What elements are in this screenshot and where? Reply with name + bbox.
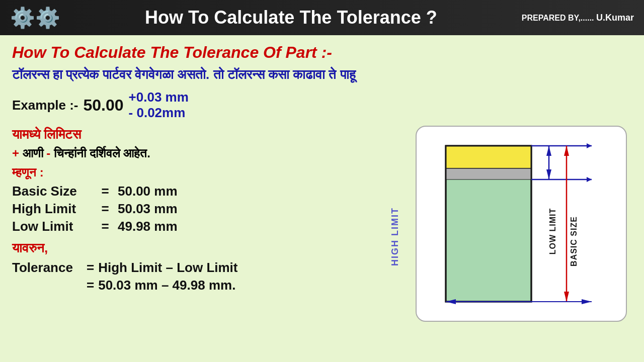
svg-rect-1 <box>446 146 531 168</box>
tolerance-formula-row: Tolerance = High Limit – Low Limit <box>12 260 400 276</box>
mhanun-marathi: म्हणून : <box>12 165 400 179</box>
tolerance-calc-val: 50.03 mm – 49.98 mm. <box>98 278 235 293</box>
gear-icon: ⚙️⚙️ <box>10 6 60 30</box>
limits-marathi: यामध्ये लिमिटस <box>12 127 400 142</box>
tolerance-eq: = <box>87 260 94 276</box>
main-content: How To Calculate The Tolerance Of Part :… <box>0 35 644 362</box>
tolerance-diagram: LOW LIMIT BASIC SIZE <box>421 131 622 317</box>
section-title: How To Calculate The Tolerance Of Part :… <box>12 43 632 62</box>
tolerance-calc: Tolerance = High Limit – Low Limit = 50.… <box>12 260 400 293</box>
high-limit-vertical-text: HIGH LIMIT <box>390 207 400 266</box>
svg-marker-13 <box>546 169 551 179</box>
tol-minus: - 0.02mm <box>129 105 189 121</box>
yavrun: यावरुन, <box>12 240 400 256</box>
tolerance-label: Tolerance <box>12 260 83 276</box>
high-limit-vertical-label: HIGH LIMIT <box>390 116 400 357</box>
header-title: How To Calculate The Tolerance ? <box>60 7 522 28</box>
basic-size-eq: = <box>93 184 118 199</box>
high-limit-val: 50.03 mm <box>118 201 178 217</box>
low-limit-val: 49.98 mm <box>118 219 178 234</box>
author-name: U.Kumar <box>596 13 634 23</box>
svg-marker-5 <box>587 143 592 148</box>
tolerance-calc-row: = 50.03 mm – 49.98 mm. <box>12 278 400 293</box>
minus-sign: - <box>46 146 50 160</box>
right-panel: LOW LIMIT BASIC SIZE <box>411 85 632 357</box>
tolerances: +0.03 mm - 0.02mm <box>129 89 189 121</box>
calc-table: Basic Size = 50.00 mm High Limit = 50.03… <box>12 184 400 234</box>
svg-marker-7 <box>587 177 592 182</box>
signs-rest: चिन्हांनी दर्शिवले आहेत. <box>54 146 150 160</box>
example-row: Example :- 50.00 +0.03 mm - 0.02mm <box>12 89 400 121</box>
header-prepared: PREPARED BY,...... U.Kumar <box>522 13 634 23</box>
high-limit-row: High Limit = 50.03 mm <box>12 201 400 217</box>
prepared-by-text: PREPARED BY,...... <box>522 14 594 22</box>
high-limit-label: High Limit <box>12 201 93 217</box>
signs-marathi: + आणी - चिन्हांनी दर्शिवले आहेत. <box>12 146 400 160</box>
content-area: Example :- 50.00 +0.03 mm - 0.02mm यामध्… <box>12 85 632 357</box>
low-limit-row: Low Limit = 49.98 mm <box>12 219 400 234</box>
svg-text:LOW LIMIT: LOW LIMIT <box>548 208 557 255</box>
tolerance-formula: High Limit – Low Limit <box>98 260 237 276</box>
header: ⚙️⚙️ How To Calculate The Tolerance ? PR… <box>0 0 644 35</box>
signs-text: आणी <box>23 146 47 160</box>
diagram-container: LOW LIMIT BASIC SIZE <box>416 126 627 322</box>
low-limit-eq: = <box>93 219 118 234</box>
high-limit-eq: = <box>93 201 118 217</box>
example-value: 50.00 <box>84 96 124 115</box>
example-label: Example :- <box>12 98 78 113</box>
marathi-intro: टॉलरन्स हा प्रत्येक पार्टवर वेगवेगळा असत… <box>12 67 632 82</box>
plus-sign: + <box>12 146 19 160</box>
tolerance-eq2: = <box>87 278 94 293</box>
tol-plus: +0.03 mm <box>129 89 189 105</box>
basic-size-row: Basic Size = 50.00 mm <box>12 184 400 199</box>
left-panel: Example :- 50.00 +0.03 mm - 0.02mm यामध्… <box>12 85 400 357</box>
svg-text:BASIC SIZE: BASIC SIZE <box>570 216 578 266</box>
svg-marker-9 <box>564 292 569 302</box>
svg-marker-12 <box>546 146 551 156</box>
low-limit-label: Low Limit <box>12 219 93 234</box>
svg-rect-2 <box>446 168 531 179</box>
basic-size-val: 50.00 mm <box>118 184 178 199</box>
svg-marker-18 <box>582 299 592 304</box>
basic-size-label: Basic Size <box>12 184 93 199</box>
logo-area: ⚙️⚙️ <box>10 6 60 30</box>
svg-marker-10 <box>564 146 569 156</box>
